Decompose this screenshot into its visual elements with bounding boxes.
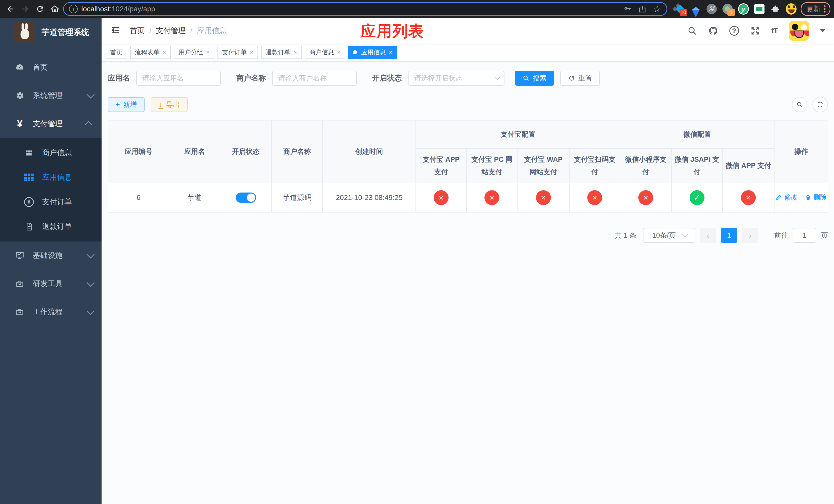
enabled-toggle[interactable] <box>236 192 256 203</box>
user-avatar[interactable] <box>789 21 809 41</box>
pagination: 共 1 条 10条/页 ‹ 1 › 前往 1 页 <box>108 228 828 243</box>
search-form: 应用名 请输入应用名 商户名称 请输入商户名称 开启状态 请选择开启状态 搜索 <box>108 71 828 86</box>
page-number-1[interactable]: 1 <box>721 228 737 243</box>
breadcrumb-separator: / <box>190 27 192 35</box>
export-button-label: 导出 <box>166 100 180 109</box>
cell-created: 2021-10-23 08:49:25 <box>323 183 416 212</box>
placeholder-text: 请输入商户名称 <box>278 74 327 83</box>
pagination-total: 共 1 条 <box>615 231 636 240</box>
toggle-search-button[interactable] <box>792 97 807 112</box>
tab-refund-order[interactable]: 退款订单× <box>261 46 302 59</box>
browser-home-button[interactable] <box>48 2 62 16</box>
app-name-input[interactable]: 请输入应用名 <box>136 71 221 86</box>
fold-icon <box>110 25 120 36</box>
tab-label: 商户信息 <box>309 48 334 56</box>
url-bar[interactable]: i localhost:1024/pay/app ☆ <box>63 2 667 16</box>
extension-blocks-icon[interactable]: 10 <box>675 4 685 14</box>
sidebar-fold-button[interactable] <box>110 25 120 37</box>
sidebar-item-label: 基础设施 <box>33 250 87 261</box>
next-page-button[interactable]: › <box>742 228 758 243</box>
browser-reload-button[interactable] <box>33 2 47 16</box>
close-icon[interactable]: × <box>389 49 392 56</box>
browser-forward-button[interactable] <box>19 2 32 16</box>
export-button[interactable]: ↓ 导出 <box>151 97 188 112</box>
font-size-icon[interactable]: tT <box>771 26 777 35</box>
col-group-wechat: 微信配置 <box>620 120 774 148</box>
add-button[interactable]: + 新增 <box>108 97 145 112</box>
share-icon[interactable] <box>638 5 646 13</box>
merchant-name-input[interactable]: 请输入商户名称 <box>272 71 357 86</box>
search-button[interactable]: 搜索 <box>515 71 554 86</box>
sidebar-item-label: 应用信息 <box>42 172 72 183</box>
close-icon[interactable]: × <box>206 49 210 56</box>
forward-icon <box>21 5 29 13</box>
sidebar-item-home[interactable]: 首页 <box>0 53 102 82</box>
password-key-icon[interactable] <box>623 5 632 13</box>
edit-link[interactable]: 修改 <box>775 193 797 202</box>
delete-link[interactable]: 删除 <box>805 193 827 202</box>
merchant-name-label: 商户名称 <box>236 73 266 83</box>
refresh-icon <box>568 75 575 82</box>
sidebar-item-infra[interactable]: 基础设施 <box>0 242 102 270</box>
sidebar: 芋道管理系统 首页 系统管理 ¥ 支付管理 商户信息 <box>0 18 102 504</box>
sidebar-item-label: 首页 <box>33 62 92 72</box>
tab-pay-order[interactable]: 支付订单× <box>218 46 258 59</box>
fullscreen-icon[interactable] <box>750 26 760 36</box>
close-icon[interactable]: × <box>162 49 166 56</box>
tab-merchant-info[interactable]: 商户信息× <box>305 46 345 59</box>
extension-gem-icon[interactable] <box>690 4 701 14</box>
app-table: 应用编号 应用名 开启状态 商户名称 创建时间 支付宝配置 微信配置 操作 支付… <box>108 120 828 212</box>
breadcrumb-home[interactable]: 首页 <box>130 26 145 36</box>
close-icon[interactable]: × <box>337 49 341 56</box>
github-icon[interactable] <box>708 26 718 36</box>
tab-app-info[interactable]: 应用信息× <box>348 46 397 59</box>
site-info-icon[interactable]: i <box>69 5 78 13</box>
extensions-puzzle-icon[interactable] <box>770 4 781 14</box>
sidebar-item-devtool[interactable]: 研发工具 <box>0 270 102 298</box>
close-icon[interactable]: × <box>293 49 297 56</box>
prev-page-button[interactable]: ‹ <box>700 228 716 243</box>
sidebar-item-pay-order[interactable]: ¥ 支付订单 <box>0 190 102 214</box>
sidebar-item-refund-order[interactable]: 退款订单 <box>0 214 102 239</box>
extension-command-icon[interactable]: ⌘ <box>706 4 717 14</box>
reset-button[interactable]: 重置 <box>561 71 600 86</box>
url-text[interactable]: localhost:1024/pay/app <box>81 5 620 13</box>
tab-home[interactable]: 首页 <box>106 46 127 59</box>
table-row: 6 芋道 芋道源码 2021-10-23 08:49:25 × × × × × … <box>108 183 828 212</box>
sidebar-item-merchant-info[interactable]: 商户信息 <box>0 140 102 165</box>
document-icon <box>24 222 35 231</box>
page-size-select[interactable]: 10条/页 <box>643 228 695 243</box>
sidebar-item-label: 退款订单 <box>42 222 72 232</box>
status-select[interactable]: 请选择开启状态 <box>408 71 504 86</box>
help-icon[interactable]: ? <box>729 26 739 36</box>
browser-menu-icon[interactable] <box>824 5 827 13</box>
close-icon[interactable]: × <box>250 49 254 56</box>
sidebar-item-pay[interactable]: ¥ 支付管理 <box>0 110 102 138</box>
browser-update-button[interactable]: 更新 <box>801 2 830 16</box>
search-icon <box>522 75 530 82</box>
sidebar-logo[interactable]: 芋道管理系统 <box>0 18 102 47</box>
browser-back-button[interactable] <box>4 2 17 16</box>
chevron-down-icon <box>87 279 95 287</box>
bookmark-star-icon[interactable]: ☆ <box>653 4 661 14</box>
col-wechat-app: 微信 APP 支付 <box>722 148 774 183</box>
extension-chat-icon[interactable] <box>754 4 765 14</box>
extension-yudao-icon[interactable]: y <box>738 4 749 14</box>
chevron-down-icon <box>87 250 95 258</box>
avatar-caret-icon[interactable] <box>820 29 825 32</box>
tab-process-form[interactable]: 流程表单× <box>130 46 171 59</box>
sidebar-item-workflow[interactable]: 工作流程 <box>0 298 102 326</box>
breadcrumb-pay[interactable]: 支付管理 <box>156 26 186 36</box>
goto-suffix: 页 <box>821 231 828 240</box>
sidebar-item-app-info[interactable]: 应用信息 <box>0 165 102 190</box>
search-icon[interactable] <box>687 26 697 36</box>
sidebar-item-system[interactable]: 系统管理 <box>0 82 102 110</box>
delete-label: 删除 <box>813 193 827 202</box>
browser-profile-avatar[interactable] <box>786 4 796 14</box>
tab-label: 应用信息 <box>361 48 386 56</box>
tab-user-group[interactable]: 用户分组× <box>174 46 214 59</box>
refresh-table-button[interactable] <box>812 97 828 112</box>
extension-recorder-icon[interactable]: 1 <box>722 4 733 14</box>
dashboard-icon <box>14 63 25 72</box>
goto-page-input[interactable]: 1 <box>793 228 816 243</box>
